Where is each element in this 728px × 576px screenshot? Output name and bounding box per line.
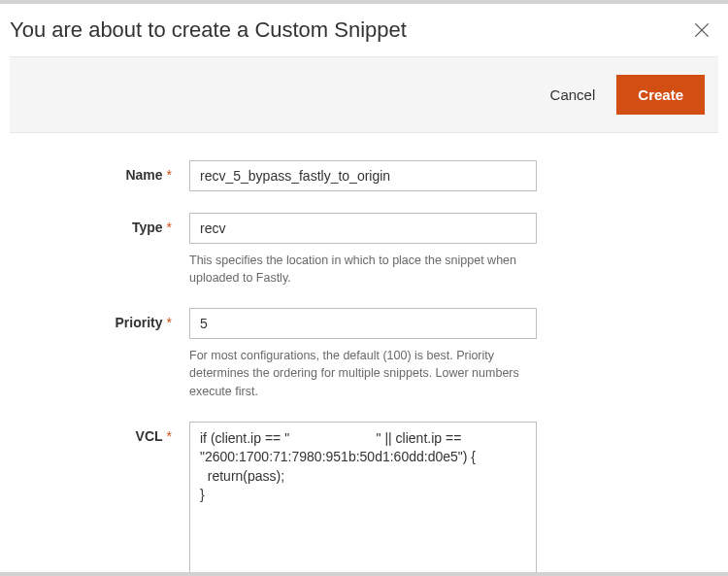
priority-helper-text: For most configurations, the default (10… [189,347,537,399]
type-helper-text: This specifies the location in which to … [189,252,537,287]
create-button[interactable]: Create [616,75,705,115]
required-star: * [167,167,172,183]
modal-header: You are about to create a Custom Snippet [0,4,728,56]
bottom-divider [0,572,728,576]
vcl-label: VCL* [39,422,189,444]
cancel-button[interactable]: Cancel [550,86,596,103]
close-icon [692,20,711,40]
type-label: Type* [39,213,189,235]
priority-input[interactable] [189,308,537,339]
required-star: * [167,428,172,444]
type-input[interactable] [189,213,537,244]
priority-label: Priority* [39,308,189,330]
form-body: Name* Type* This specifies the location … [0,133,728,576]
required-star: * [167,315,172,330]
required-star: * [167,220,172,235]
form-row-priority: Priority* For most configurations, the d… [39,308,689,399]
form-row-name: Name* [39,160,689,191]
vcl-textarea[interactable] [189,422,537,576]
page-title: You are about to create a Custom Snippet [10,17,407,43]
form-row-type: Type* This specifies the location in whi… [39,213,689,287]
name-label: Name* [39,160,189,183]
name-input[interactable] [189,160,537,191]
close-button[interactable] [691,19,712,41]
form-row-vcl: VCL* [39,422,689,576]
action-bar: Cancel Create [10,56,718,133]
